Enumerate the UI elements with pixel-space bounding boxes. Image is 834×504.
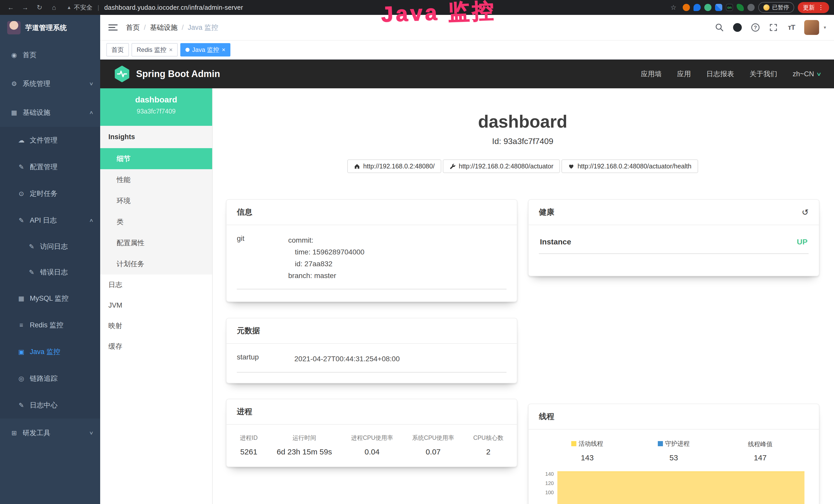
extension-icon-3[interactable] <box>704 4 711 11</box>
sidebar-item-log-center[interactable]: ✎ 日志中心 <box>0 392 100 418</box>
close-icon[interactable]: × <box>169 47 173 53</box>
sidebar-item-home[interactable]: ◉ 首页 <box>0 41 100 69</box>
sba-sidebar: dashboard 93a3fc7f7409 Insights 细节 性能 环境… <box>100 88 213 504</box>
health-instance-row[interactable]: Instance UP <box>539 234 809 254</box>
service-url-link[interactable]: http://192.168.0.2:48080/ <box>347 159 441 173</box>
sba-nav-about[interactable]: 关于我们 <box>749 69 777 78</box>
sidebar-item-scheduled-tasks[interactable]: ⊙ 定时任务 <box>0 180 100 207</box>
forward-icon[interactable]: → <box>20 4 31 12</box>
sba-menu-performance[interactable]: 性能 <box>100 169 212 190</box>
sidebar-item-trace[interactable]: ◎ 链路追踪 <box>0 365 100 392</box>
security-indicator[interactable]: ▲ 不安全 <box>67 3 92 12</box>
sidebar-item-system-management[interactable]: ⚙ 系统管理 ∨ <box>0 69 100 98</box>
chevron-down-icon: ∨ <box>89 81 93 87</box>
insights-group-title: Insights <box>100 126 212 148</box>
sba-menu-mappings[interactable]: 映射 <box>100 316 212 336</box>
history-icon[interactable]: ↺ <box>802 208 809 216</box>
heart-icon <box>568 163 574 169</box>
edit-icon: ✎ <box>28 243 36 250</box>
daemon-threads-swatch <box>658 441 663 446</box>
warning-icon: ▲ <box>67 5 71 10</box>
actuator-url-link[interactable]: http://192.168.0.2:48080/actuator <box>443 159 560 173</box>
text-size-icon[interactable]: тT <box>786 22 796 32</box>
fullscreen-icon[interactable] <box>768 22 778 32</box>
info-card: 信息 git commit: time: 1596289704000 id: 2 <box>226 199 517 302</box>
app-logo[interactable]: 芋道管理系统 <box>0 15 100 41</box>
process-table: 进程ID 5261 运行时间 6d 23h 15m 59s <box>237 434 506 456</box>
reload-icon[interactable]: ↻ <box>34 4 45 12</box>
health-url-link[interactable]: http://192.168.0.2:48080/actuator/health <box>562 159 698 173</box>
health-instance-label: Instance <box>540 237 571 246</box>
hamburger-icon[interactable] <box>108 24 118 30</box>
sba-menu-config-props[interactable]: 配置属性 <box>100 232 212 253</box>
sidebar-item-infrastructure[interactable]: ▦ 基础设施 ∧ <box>0 98 100 127</box>
extension-icon-on[interactable]: on <box>726 4 733 11</box>
tools-icon: ⊞ <box>10 429 18 437</box>
threads-legend: 活动线程 143 守护进程 53 线程峰值 <box>539 439 809 462</box>
extension-icon-4[interactable] <box>715 4 722 11</box>
active-threads-swatch <box>571 441 576 446</box>
sidebar-item-java-monitor[interactable]: ▣ Java 监控 <box>0 338 100 365</box>
security-label: 不安全 <box>74 3 92 12</box>
sba-nav-applications[interactable]: 应用 <box>677 69 691 78</box>
infrastructure-submenu: ☁ 文件管理 ✎ 配置管理 ⊙ 定时任务 ✎ API 日志 ∧ ✎ 访问日志 ✎ <box>0 127 100 418</box>
sba-menu-classes[interactable]: 类 <box>100 211 212 232</box>
locale-selector[interactable]: zh~CN ∨ <box>793 70 821 78</box>
update-button[interactable]: 更新 ⋮ <box>798 2 829 13</box>
extension-icon-1[interactable] <box>683 4 690 11</box>
sba-menu-logs[interactable]: 日志 <box>100 274 212 295</box>
help-icon[interactable]: ? <box>750 22 761 32</box>
sba-menu-caches[interactable]: 缓存 <box>100 336 212 357</box>
eye-icon: ◎ <box>18 375 25 382</box>
sidebar-item-access-logs[interactable]: ✎ 访问日志 <box>0 234 100 259</box>
bookmark-star-icon[interactable]: ☆ <box>668 4 679 12</box>
breadcrumb-home[interactable]: 首页 <box>126 23 140 32</box>
spring-boot-admin-logo[interactable] <box>113 66 130 83</box>
sidebar-item-dev-tools[interactable]: ⊞ 研发工具 ∨ <box>0 418 100 447</box>
tab-redis-monitor[interactable]: Redis 监控 × <box>132 43 178 56</box>
threads-card: 线程 活动线程 143 守护进程 <box>528 404 819 504</box>
sidebar-item-file-management[interactable]: ☁ 文件管理 <box>0 127 100 154</box>
tab-java-monitor[interactable]: Java 监控 × <box>180 43 231 56</box>
admin-header: 首页 / 基础设施 / Java 监控 ? тT ▾ <box>100 15 834 41</box>
github-icon[interactable] <box>732 22 743 32</box>
sba-menu-scheduled-tasks[interactable]: 计划任务 <box>100 253 212 274</box>
avatar-caret-icon[interactable]: ▾ <box>824 25 826 30</box>
sidebar-item-config-management[interactable]: ✎ 配置管理 <box>0 154 100 180</box>
sba-nav-journal[interactable]: 日志报表 <box>706 69 734 78</box>
home-icon <box>354 163 360 169</box>
sidebar-item-mysql-monitor[interactable]: ▦ MySQL 监控 <box>0 285 100 312</box>
sba-menu-details[interactable]: 细节 <box>100 148 212 169</box>
sidebar-item-api-logs[interactable]: ✎ API 日志 ∧ <box>0 207 100 234</box>
back-icon[interactable]: ← <box>5 4 17 12</box>
browser-menu-icon[interactable]: ⋮ <box>818 4 824 11</box>
status-badge: UP <box>797 237 808 246</box>
sidebar-item-error-logs[interactable]: ✎ 错误日志 <box>0 259 100 285</box>
extension-icon-2[interactable] <box>694 4 701 11</box>
sidebar-item-redis-monitor[interactable]: ≡ Redis 监控 <box>0 312 100 338</box>
tags-view-bar: 首页 Redis 监控 × Java 监控 × <box>100 41 834 60</box>
avatar[interactable] <box>804 20 819 35</box>
extension-icon-6[interactable] <box>737 4 744 11</box>
sba-brand-title[interactable]: Spring Boot Admin <box>136 69 220 79</box>
process-col-cores: CPU核心数 2 <box>473 434 503 456</box>
sba-content: dashboard Id: 93a3fc7f7409 http://192.16… <box>213 88 834 504</box>
threads-plot-area <box>556 471 809 504</box>
extension-icon-7[interactable] <box>747 4 755 11</box>
instance-header[interactable]: dashboard 93a3fc7f7409 <box>100 88 212 126</box>
tab-home[interactable]: 首页 <box>106 43 129 56</box>
sba-nav-wallboard[interactable]: 应用墙 <box>641 69 662 78</box>
address-bar[interactable]: dashboard.yudao.iocoder.cn/infra/admin-s… <box>104 4 243 11</box>
process-col-proc-cpu: 进程CPU使用率 0.04 <box>351 434 393 456</box>
sba-menu-jvm[interactable]: JVM <box>100 295 212 316</box>
info-card-title: 信息 <box>237 207 252 217</box>
paused-badge[interactable]: 已暂停 <box>758 2 794 13</box>
legend-peak-threads: 线程峰值 147 <box>717 439 804 462</box>
url-separator: | <box>97 4 99 11</box>
breadcrumb-infrastructure[interactable]: 基础设施 <box>150 23 178 32</box>
browser-home-icon[interactable]: ⌂ <box>48 4 60 12</box>
sba-menu-environment[interactable]: 环境 <box>100 190 212 211</box>
search-icon[interactable] <box>714 22 725 32</box>
threads-chart: 140 120 100 <box>539 471 809 504</box>
close-icon[interactable]: × <box>222 47 225 53</box>
